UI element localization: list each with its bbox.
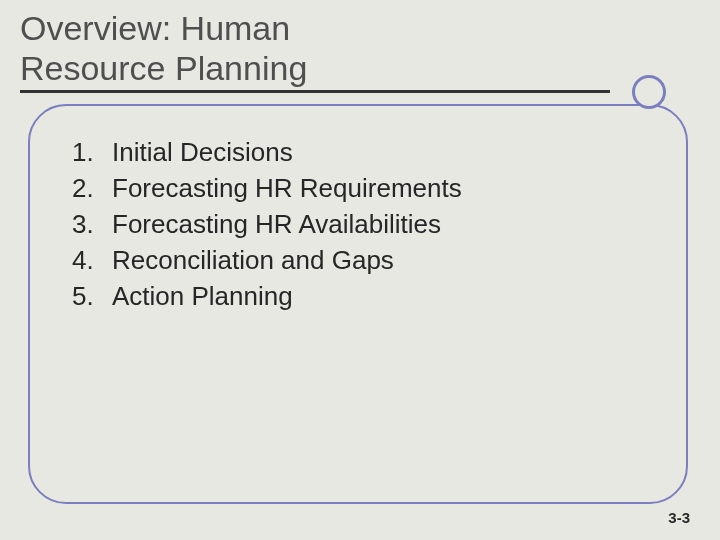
page-number: 3-3	[668, 509, 690, 526]
list-item-text: Forecasting HR Availabilities	[112, 206, 441, 242]
slide-title: Overview: Human Resource Planning	[20, 8, 307, 88]
list-item: 5. Action Planning	[72, 278, 462, 314]
list-item: 4. Reconciliation and Gaps	[72, 242, 462, 278]
accent-circle-icon	[632, 75, 666, 109]
slide-title-line2: Resource Planning	[20, 48, 307, 88]
list-item-number: 1.	[72, 134, 102, 170]
list-item-text: Forecasting HR Requirements	[112, 170, 462, 206]
list-item: 1. Initial Decisions	[72, 134, 462, 170]
list-item-number: 4.	[72, 242, 102, 278]
list-item: 3. Forecasting HR Availabilities	[72, 206, 462, 242]
list-item: 2. Forecasting HR Requirements	[72, 170, 462, 206]
slide-title-line1: Overview: Human	[20, 8, 307, 48]
list-item-text: Reconciliation and Gaps	[112, 242, 394, 278]
title-underline	[20, 90, 610, 93]
list-item-number: 3.	[72, 206, 102, 242]
list-item-number: 2.	[72, 170, 102, 206]
list-item-text: Initial Decisions	[112, 134, 293, 170]
list-item-number: 5.	[72, 278, 102, 314]
list-item-text: Action Planning	[112, 278, 293, 314]
numbered-list: 1. Initial Decisions 2. Forecasting HR R…	[72, 134, 462, 314]
